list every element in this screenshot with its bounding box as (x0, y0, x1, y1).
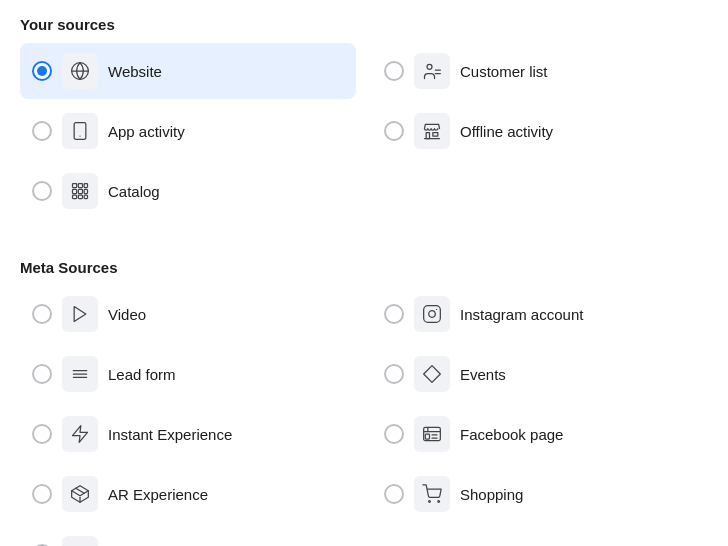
svg-rect-19 (424, 306, 441, 323)
svg-rect-7 (433, 133, 438, 136)
label-shopping: Shopping (460, 486, 523, 503)
icon-box-on-facebook (62, 536, 98, 546)
label-instagram: Instagram account (460, 306, 583, 323)
ar-icon (70, 484, 90, 504)
source-item-video[interactable]: Video (20, 286, 356, 342)
your-sources-section: Your sources Website Customer list (20, 16, 708, 219)
radio-ar-experience[interactable] (32, 484, 52, 504)
source-item-instagram[interactable]: Instagram account (372, 286, 708, 342)
svg-rect-4 (74, 123, 86, 140)
label-events: Events (460, 366, 506, 383)
source-item-website[interactable]: Website (20, 43, 356, 99)
label-app-activity: App activity (108, 123, 185, 140)
meta-sources-grid: Video Instagram account Lead form (20, 286, 708, 546)
svg-point-1 (427, 64, 432, 69)
svg-rect-12 (73, 189, 77, 193)
svg-rect-11 (84, 184, 87, 188)
radio-shopping[interactable] (384, 484, 404, 504)
person-list-icon (422, 61, 442, 81)
diamond-icon (422, 364, 442, 384)
mobile-icon (70, 121, 90, 141)
cart-icon (422, 484, 442, 504)
radio-facebook-page[interactable] (384, 424, 404, 444)
label-customer-list: Customer list (460, 63, 548, 80)
icon-box-video (62, 296, 98, 332)
source-item-facebook-page[interactable]: Facebook page (372, 406, 708, 462)
source-item-offline-activity[interactable]: Offline activity (372, 103, 708, 159)
icon-box-lead-form (62, 356, 98, 392)
icon-box-instagram (414, 296, 450, 332)
play-icon (70, 304, 90, 324)
radio-customer-list[interactable] (384, 61, 404, 81)
source-item-events[interactable]: Events (372, 346, 708, 402)
grid-icon (70, 181, 90, 201)
svg-line-32 (76, 488, 84, 493)
icon-box-app-activity (62, 113, 98, 149)
radio-website[interactable] (32, 61, 52, 81)
meta-sources-title: Meta Sources (20, 259, 708, 276)
svg-marker-18 (74, 307, 86, 322)
svg-rect-6 (426, 133, 429, 139)
your-sources-title: Your sources (20, 16, 708, 33)
svg-rect-9 (73, 184, 77, 188)
section-divider (20, 227, 708, 247)
svg-rect-16 (78, 195, 82, 198)
source-item-app-activity[interactable]: App activity (20, 103, 356, 159)
label-offline-activity: Offline activity (460, 123, 553, 140)
icon-box-offline-activity (414, 113, 450, 149)
label-video: Video (108, 306, 146, 323)
icon-box-customer-list (414, 53, 450, 89)
svg-point-33 (429, 501, 431, 503)
svg-rect-13 (78, 189, 82, 193)
bolt-icon (70, 424, 90, 444)
svg-point-34 (438, 501, 440, 503)
radio-lead-form[interactable] (32, 364, 52, 384)
label-instant-experience: Instant Experience (108, 426, 232, 443)
source-item-instant-experience[interactable]: Instant Experience (20, 406, 356, 462)
icon-box-website (62, 53, 98, 89)
label-catalog: Catalog (108, 183, 160, 200)
icon-box-shopping (414, 476, 450, 512)
your-sources-grid: Website Customer list App activity (20, 43, 708, 219)
globe-icon (70, 61, 90, 81)
meta-sources-section: Meta Sources Video Instagram account (20, 259, 708, 546)
icon-box-facebook-page (414, 416, 450, 452)
svg-marker-24 (424, 366, 441, 383)
label-ar-experience: AR Experience (108, 486, 208, 503)
label-website: Website (108, 63, 162, 80)
fb-page-icon (422, 424, 442, 444)
label-lead-form: Lead form (108, 366, 176, 383)
label-facebook-page: Facebook page (460, 426, 563, 443)
svg-rect-17 (84, 195, 87, 198)
store-icon (422, 121, 442, 141)
radio-events[interactable] (384, 364, 404, 384)
radio-instagram[interactable] (384, 304, 404, 324)
source-item-catalog[interactable]: Catalog (20, 163, 356, 219)
icon-box-events (414, 356, 450, 392)
svg-rect-15 (73, 195, 77, 198)
source-item-lead-form[interactable]: Lead form (20, 346, 356, 402)
svg-rect-14 (84, 189, 87, 193)
icon-box-catalog (62, 173, 98, 209)
radio-offline-activity[interactable] (384, 121, 404, 141)
lines-icon (70, 364, 90, 384)
radio-catalog[interactable] (32, 181, 52, 201)
instagram-icon (422, 304, 442, 324)
svg-rect-30 (425, 434, 429, 439)
radio-app-activity[interactable] (32, 121, 52, 141)
icon-box-ar-experience (62, 476, 98, 512)
radio-instant-experience[interactable] (32, 424, 52, 444)
svg-rect-10 (78, 184, 82, 188)
source-item-customer-list[interactable]: Customer list (372, 43, 708, 99)
icon-box-instant-experience (62, 416, 98, 452)
source-item-shopping[interactable]: Shopping (372, 466, 708, 522)
source-item-ar-experience[interactable]: AR Experience (20, 466, 356, 522)
radio-video[interactable] (32, 304, 52, 324)
source-item-on-facebook[interactable]: On-Facebook listings (20, 526, 356, 546)
